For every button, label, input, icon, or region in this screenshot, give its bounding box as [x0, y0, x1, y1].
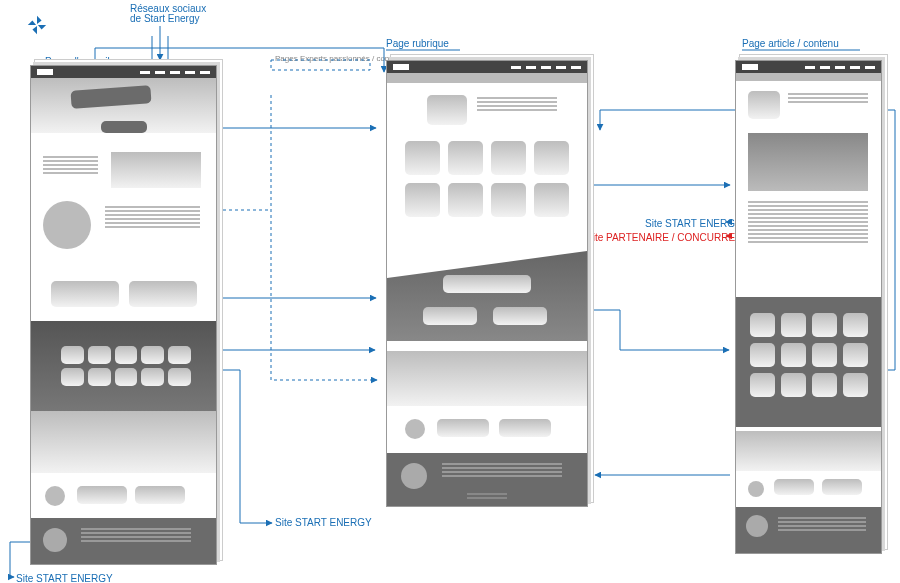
content-circle	[43, 201, 91, 249]
wireframe-rubrique	[386, 60, 588, 507]
link-start-energy-1: Site START ENERGY	[645, 218, 742, 229]
logo-placeholder	[37, 69, 53, 75]
header-bar	[31, 66, 216, 78]
promo-button-1	[51, 281, 119, 307]
link-start-energy-3: Site START ENERGY	[16, 573, 113, 583]
hero-cta	[101, 121, 147, 133]
icon-grid	[61, 346, 191, 386]
wireframe-article	[735, 60, 882, 554]
nav-placeholder	[140, 71, 210, 74]
card-grid	[405, 141, 569, 217]
article-title: Page article / contenu	[742, 38, 839, 49]
link-partner: Site PARTENAIRE / CONCURRENT	[586, 232, 748, 243]
wireframe-homepage	[30, 65, 217, 565]
social-networks-label: Réseaux sociauxde Start Energy	[130, 4, 206, 24]
article-text	[748, 201, 868, 243]
logo-icon	[26, 14, 48, 36]
wide-block	[31, 411, 216, 473]
rubrique-title: Page rubrique	[386, 38, 449, 49]
content-block-image	[111, 152, 201, 188]
section-band	[387, 251, 587, 341]
link-start-energy-2: Site START ENERGY	[275, 517, 372, 528]
promo-button-2	[129, 281, 197, 307]
experts-label: Pages Experts passionnés / contact	[275, 54, 402, 63]
article-hero-image	[748, 133, 868, 191]
